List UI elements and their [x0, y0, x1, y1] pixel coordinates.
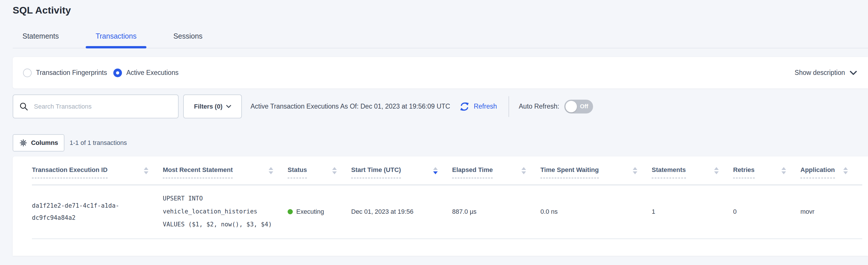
column-header-status[interactable]: Status: [288, 156, 351, 185]
radio-label: Transaction Fingerprints: [36, 69, 107, 77]
sort-icon[interactable]: [332, 167, 337, 174]
search-box: [13, 95, 179, 118]
filters-label: Filters (0): [194, 103, 222, 110]
tab-transactions[interactable]: Transactions: [86, 32, 146, 48]
cell-elapsed-time: 887.0 µs: [452, 185, 540, 239]
gear-icon: [19, 138, 28, 147]
column-header-retries[interactable]: Retries: [733, 156, 800, 185]
column-header-transaction-execution-id[interactable]: Transaction Execution ID: [32, 156, 163, 185]
columns-row: Columns 1-1 of 1 transactions: [13, 134, 868, 152]
transactions-table: Transaction Execution ID Most Recent Sta…: [32, 156, 862, 239]
auto-refresh-toggle[interactable]: Off: [564, 100, 593, 113]
page-title: SQL Activity: [13, 0, 868, 16]
radio-active-executions[interactable]: Active Executions: [113, 69, 179, 77]
search-input[interactable]: [33, 103, 172, 111]
sort-icon[interactable]: [144, 167, 148, 174]
as-of-text: Active Transaction Executions As Of: Dec…: [250, 103, 450, 110]
cell-status: Executing: [288, 185, 351, 239]
column-header-most-recent-statement[interactable]: Most Recent Statement: [163, 156, 288, 185]
show-description-toggle[interactable]: Show description: [795, 69, 857, 77]
sort-icon[interactable]: [521, 167, 526, 174]
tab-sessions[interactable]: Sessions: [164, 32, 212, 48]
show-description-label: Show description: [795, 69, 845, 77]
table-header-row: Transaction Execution ID Most Recent Sta…: [32, 156, 862, 185]
column-header-start-time[interactable]: Start Time (UTC): [351, 156, 452, 185]
column-header-application[interactable]: Application: [800, 156, 862, 185]
executing-status-dot: [288, 209, 293, 214]
radio-unselected-icon: [23, 69, 32, 77]
status-label: Executing: [296, 208, 324, 215]
sort-icon[interactable]: [843, 167, 848, 174]
refresh-icon: [459, 100, 470, 113]
radio-selected-icon: [113, 69, 122, 77]
column-header-elapsed-time[interactable]: Elapsed Time: [452, 156, 540, 185]
columns-button[interactable]: Columns: [13, 134, 64, 152]
view-options-card: Transaction Fingerprints Active Executio…: [13, 57, 868, 88]
sort-icon[interactable]: [269, 167, 273, 174]
refresh-button[interactable]: Refresh: [457, 100, 499, 113]
transactions-table-card: Transaction Execution ID Most Recent Sta…: [13, 156, 868, 256]
cell-time-spent-waiting: 0.0 ns: [540, 185, 652, 239]
column-header-statements[interactable]: Statements: [652, 156, 733, 185]
controls-row: Filters (0) Active Transaction Execution…: [13, 95, 868, 118]
sort-icon[interactable]: [781, 167, 786, 174]
chevron-down-icon: [849, 71, 857, 75]
chevron-down-icon: [226, 105, 231, 108]
cell-statements: 1: [652, 185, 733, 239]
cell-transaction-execution-id[interactable]: da1f21e2-de71-4c1f-a1da-dc9fc94a84a2: [32, 185, 163, 239]
cell-application: movr: [800, 185, 862, 239]
cell-start-time: Dec 01, 2023 at 19:56: [351, 185, 452, 239]
toggle-knob: [565, 101, 577, 112]
sort-icon[interactable]: [714, 167, 719, 174]
view-mode-radio-group: Transaction Fingerprints Active Executio…: [23, 69, 179, 77]
table-row[interactable]: da1f21e2-de71-4c1f-a1da-dc9fc94a84a2 UPS…: [32, 185, 862, 239]
filters-button[interactable]: Filters (0): [183, 95, 242, 118]
tab-statements[interactable]: Statements: [13, 32, 68, 48]
tab-bar: Statements Transactions Sessions: [13, 32, 868, 48]
cell-retries: 0: [733, 185, 800, 239]
vertical-divider: [508, 96, 509, 117]
toggle-state-label: Off: [580, 103, 588, 110]
radio-label: Active Executions: [126, 69, 179, 77]
cell-most-recent-statement: UPSERT INTO vehicle_location_histories V…: [163, 185, 288, 239]
column-header-time-spent-waiting[interactable]: Time Spent Waiting: [540, 156, 652, 185]
results-count: 1-1 of 1 transactions: [70, 139, 127, 147]
auto-refresh-label: Auto Refresh:: [519, 103, 559, 110]
sql-activity-page: SQL Activity Statements Transactions Ses…: [0, 0, 868, 265]
refresh-label: Refresh: [474, 103, 497, 110]
search-icon: [19, 102, 29, 111]
sort-icon-active-desc[interactable]: [433, 167, 438, 174]
radio-transaction-fingerprints[interactable]: Transaction Fingerprints: [23, 69, 107, 77]
columns-button-label: Columns: [31, 139, 58, 147]
sort-icon[interactable]: [633, 167, 637, 174]
